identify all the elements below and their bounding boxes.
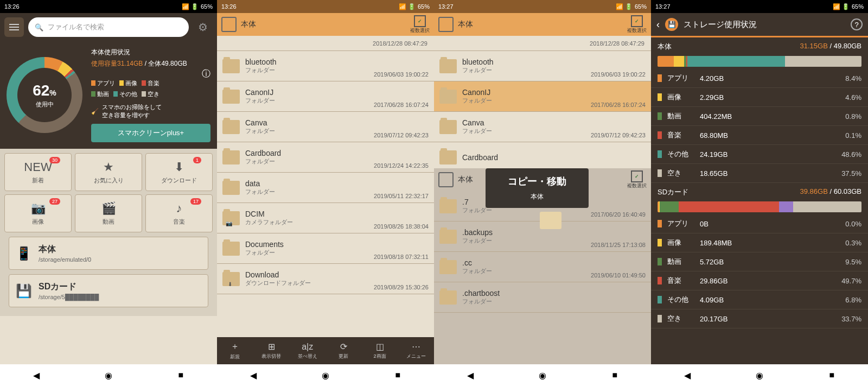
nav-recent[interactable]: ■ bbox=[392, 370, 403, 381]
folder-icon bbox=[439, 260, 457, 274]
file-name: CanonIJ bbox=[245, 88, 368, 97]
help-button[interactable]: ? bbox=[851, 18, 863, 30]
location-path: /storage/5████████ bbox=[39, 294, 99, 300]
storage-row[interactable]: 空き 18.65GB 37.5% bbox=[651, 164, 868, 183]
breadcrumb[interactable]: 本体 bbox=[458, 175, 473, 185]
multiselect-toggle[interactable]: ✓ 複数選択 bbox=[627, 15, 647, 34]
tile-ダウンロード[interactable]: 1⬇ダウンロード bbox=[145, 153, 213, 191]
nav-recent[interactable]: ■ bbox=[609, 370, 620, 381]
nav-home[interactable]: ◉ bbox=[537, 370, 548, 381]
list-item[interactable]: Downloadダウンロードフォルダー 2019/08/29 15:30:26 bbox=[217, 264, 434, 294]
location-SDカード[interactable]: 💾SDカード/storage/5████████ bbox=[9, 274, 208, 307]
tile-icon: ⬇ bbox=[174, 160, 184, 174]
list-item[interactable]: bluetoothフォルダー 2019/06/03 19:00:22 bbox=[434, 51, 651, 81]
storage-row[interactable]: 画像 189.48MB 0.3% bbox=[651, 233, 868, 252]
check-icon: ✓ bbox=[414, 15, 426, 27]
list-item[interactable]: .ccフォルダー 2019/06/10 01:49:50 bbox=[434, 252, 651, 282]
list-item[interactable]: CanonIJフォルダー 2017/06/28 16:07:24 bbox=[434, 81, 651, 112]
file-list[interactable]: 2018/12/28 08:47:29 bluetoothフォルダー 2019/… bbox=[217, 36, 434, 337]
storage-row[interactable]: アプリ 0B 0.0% bbox=[651, 214, 868, 233]
category-label: 音楽 bbox=[667, 130, 700, 140]
storage-row[interactable]: 音楽 29.86GB 49.7% bbox=[651, 271, 868, 290]
list-item[interactable]: bluetoothフォルダー 2019/06/03 19:00:22 bbox=[217, 51, 434, 81]
storage-row[interactable]: その他 24.19GB 48.6% bbox=[651, 145, 868, 164]
list-item[interactable]: 2018/12/28 08:47:29 bbox=[217, 36, 434, 51]
list-item[interactable]: Documentsフォルダー 2019/08/18 07:32:11 bbox=[217, 233, 434, 264]
nav-recent[interactable]: ■ bbox=[826, 370, 837, 381]
folder-icon bbox=[439, 199, 457, 213]
breadcrumb-bar: 本体 ✓ 複数選択 bbox=[217, 13, 434, 36]
storage-name: 本体 bbox=[658, 42, 672, 52]
settings-button[interactable]: ⚙ bbox=[193, 17, 213, 37]
statusbar: 13:26 📶 🔋 65% bbox=[217, 0, 434, 13]
storage-row[interactable]: 音楽 68.80MB 0.1% bbox=[651, 126, 868, 145]
screen-home: 13:26 📶 🔋 65% 🔍 ファイル名で検索 ⚙ 62% 使用中 本体使用状… bbox=[0, 0, 217, 386]
badge: 1 bbox=[193, 157, 201, 163]
info-icon[interactable]: ⓘ bbox=[202, 68, 210, 80]
breadcrumb[interactable]: 本体 bbox=[458, 20, 473, 29]
multiselect-toggle[interactable]: ✓ 複数選択 bbox=[410, 15, 430, 34]
device-icon bbox=[221, 17, 237, 32]
color-swatch bbox=[658, 112, 662, 120]
storage-body[interactable]: 本体31.15GB / 49.80GB アプリ 4.20GB 8.4% 画像 2… bbox=[651, 37, 868, 364]
storage-row[interactable]: 空き 20.17GB 33.7% bbox=[651, 309, 868, 328]
search-input[interactable]: 🔍 ファイル名で検索 bbox=[28, 17, 189, 37]
storage-bar bbox=[658, 56, 861, 67]
menu-button[interactable] bbox=[4, 17, 24, 37]
toolbar-メニュー[interactable]: ⋯メニュー bbox=[398, 337, 434, 364]
storage-row[interactable]: アプリ 4.20GB 8.4% bbox=[651, 69, 868, 88]
multiselect-toggle[interactable]: ✓ 複数選択 bbox=[627, 170, 647, 189]
statusbar: 13:26 📶 🔋 65% bbox=[0, 0, 217, 13]
list-item[interactable]: CanonIJフォルダー 2017/06/28 16:07:24 bbox=[217, 81, 434, 112]
file-date: 2019/06/10 01:49:50 bbox=[591, 272, 646, 279]
tile-label: 画像 bbox=[32, 218, 44, 226]
nav-home[interactable]: ◉ bbox=[320, 370, 331, 381]
clean-button[interactable]: スマホクリーンplus+ bbox=[91, 124, 210, 142]
list-item[interactable]: 2018/12/28 08:47:29 bbox=[434, 36, 651, 51]
storage-row[interactable]: 動画 404.22MB 0.8% bbox=[651, 107, 868, 126]
toolbar-更新[interactable]: ⟳更新 bbox=[326, 337, 362, 364]
list-item[interactable]: Cardboardフォルダー 2019/12/24 14:22:35 bbox=[217, 142, 434, 173]
location-本体[interactable]: 📱本体/storage/emulated/0 bbox=[9, 237, 208, 270]
category-percent: 48.6% bbox=[841, 150, 861, 159]
tile-label: 音楽 bbox=[173, 218, 185, 226]
nav-back[interactable]: ◀ bbox=[248, 370, 259, 381]
tile-お気に入り[interactable]: ★お気に入り bbox=[75, 153, 142, 191]
tile-動画[interactable]: 🎬動画 bbox=[75, 194, 142, 232]
category-size: 24.19GB bbox=[700, 150, 841, 159]
toolbar-新規[interactable]: ＋新規 bbox=[217, 337, 253, 364]
tile-icon: 🎬 bbox=[101, 201, 116, 216]
category-size: 2.29GB bbox=[700, 93, 845, 102]
list-item[interactable]: dataフォルダー 2019/05/11 22:32:17 bbox=[217, 173, 434, 203]
breadcrumb[interactable]: 本体 bbox=[241, 20, 256, 29]
back-button[interactable]: ‹ bbox=[656, 19, 660, 30]
tile-画像[interactable]: 27📷画像 bbox=[4, 194, 72, 232]
storage-row[interactable]: その他 4.09GB 6.8% bbox=[651, 290, 868, 309]
tile-label: 新着 bbox=[32, 176, 44, 185]
nav-back[interactable]: ◀ bbox=[31, 370, 42, 381]
statusbar: 13:27 📶 🔋 65% bbox=[434, 0, 651, 13]
statusbar: 13:27 📶 🔋 65% bbox=[651, 0, 868, 13]
storage-row[interactable]: 動画 5.72GB 9.5% bbox=[651, 252, 868, 271]
nav-back[interactable]: ◀ bbox=[682, 370, 693, 381]
tile-音楽[interactable]: 17♪音楽 bbox=[145, 194, 213, 232]
file-date: 2019/06/03 19:00:22 bbox=[374, 71, 429, 78]
category-label: 空き bbox=[667, 168, 700, 178]
list-item[interactable]: Canvaフォルダー 2019/07/12 09:42:23 bbox=[434, 112, 651, 142]
toolbar-2画面[interactable]: ◫2画面 bbox=[362, 337, 398, 364]
storage-row[interactable]: 画像 2.29GB 4.6% bbox=[651, 88, 868, 107]
category-percent: 33.7% bbox=[841, 315, 861, 323]
nav-back[interactable]: ◀ bbox=[465, 370, 476, 381]
tile-新着[interactable]: 30NEW新着 bbox=[4, 153, 72, 191]
toolbar-表示切替[interactable]: ⊞表示切替 bbox=[253, 337, 290, 364]
category-grid: 30NEW新着★お気に入り1⬇ダウンロード27📷画像🎬動画17♪音楽 bbox=[0, 149, 217, 237]
list-item[interactable]: .chartboostフォルダー bbox=[434, 282, 651, 313]
list-item[interactable]: DCIMカメラフォルダー 2019/08/26 18:38:04 bbox=[217, 203, 434, 233]
list-item[interactable]: Canvaフォルダー 2019/07/12 09:42:23 bbox=[217, 112, 434, 142]
nav-home[interactable]: ◉ bbox=[754, 370, 765, 381]
location-title: 本体 bbox=[39, 244, 91, 255]
nav-recent[interactable]: ■ bbox=[175, 370, 186, 381]
nav-home[interactable]: ◉ bbox=[103, 370, 114, 381]
file-list-2[interactable]: .7フォルダー 2017/06/20 16:40:49 .backupsフォルダ… bbox=[434, 191, 651, 313]
toolbar-並べ替え[interactable]: a|z並べ替え bbox=[289, 337, 326, 364]
